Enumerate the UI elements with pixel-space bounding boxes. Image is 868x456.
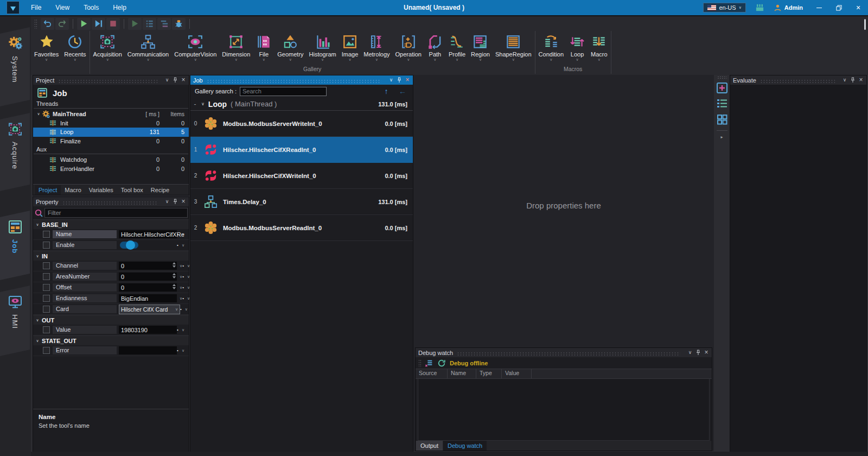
- property-row-endianness[interactable]: Endianness BigEndian∨ •∨: [33, 293, 189, 304]
- property-label[interactable]: Name: [53, 230, 117, 238]
- close-icon[interactable]: ×: [181, 75, 186, 85]
- property-checkbox[interactable]: [43, 326, 50, 333]
- ribbon-item-loop[interactable]: Loop ∨: [566, 31, 588, 66]
- name-value-field[interactable]: Hilscher.HilscherCifXRe: [119, 230, 177, 238]
- close-icon[interactable]: ×: [704, 348, 709, 357]
- column-value[interactable]: Value: [502, 369, 532, 378]
- filter-input[interactable]: [44, 208, 188, 218]
- tab-recipe[interactable]: Recipe: [147, 185, 173, 195]
- panel-drag-texture[interactable]: [58, 79, 157, 83]
- job-item-row[interactable]: 0 Modbus.ModbusServerWriteInt_0 0.0 [ms]: [190, 111, 413, 137]
- close-button[interactable]: ×: [848, 0, 868, 15]
- redo-button[interactable]: [55, 18, 69, 30]
- tab-variables[interactable]: Variables: [85, 185, 117, 195]
- user-account[interactable]: Admin: [774, 4, 803, 12]
- column-source[interactable]: Source: [416, 369, 448, 378]
- property-checkbox[interactable]: [43, 273, 50, 280]
- property-label[interactable]: Endianness: [53, 294, 117, 302]
- section-out[interactable]: ∨OUT: [33, 315, 189, 325]
- toolbar-grip[interactable]: [717, 76, 727, 79]
- job-item-row[interactable]: 2 Hilscher.HilscherCifXWriteInt_0 0.0 [m…: [190, 163, 413, 189]
- property-label[interactable]: Value: [53, 326, 117, 334]
- tab-macro[interactable]: Macro: [61, 185, 85, 195]
- property-checkbox[interactable]: [43, 231, 50, 238]
- chevron-down-icon[interactable]: ∨: [182, 349, 184, 353]
- stop-button[interactable]: [106, 18, 120, 30]
- pin-icon[interactable]: [173, 199, 177, 205]
- bullet-icon[interactable]: •: [177, 327, 178, 332]
- chevron-down-icon[interactable]: ∨: [182, 243, 184, 248]
- aux-row-watchdog[interactable]: Watchdog 0 0: [33, 155, 189, 164]
- spinner-icon[interactable]: [173, 262, 176, 268]
- enable-toggle[interactable]: [120, 242, 138, 249]
- chevron-down-icon[interactable]: ∨: [185, 307, 188, 312]
- property-row-name[interactable]: Name Hilscher.HilscherCifXRe •∨: [33, 229, 189, 240]
- pin-icon[interactable]: [397, 77, 401, 83]
- chevron-down-icon[interactable]: ∨: [182, 328, 184, 332]
- channel-stepper[interactable]: 0: [119, 262, 177, 270]
- property-label[interactable]: Error: [53, 346, 117, 354]
- sidebar-tab-job[interactable]: Job: [0, 211, 30, 280]
- ribbon-item-region[interactable]: Region ∨: [468, 31, 493, 66]
- ribbon-item-macro[interactable]: Macro ∨: [588, 31, 610, 66]
- property-row-error[interactable]: Error •∨: [33, 345, 189, 356]
- evaluate-body[interactable]: [730, 85, 866, 452]
- chevron-down-icon[interactable]: ∨: [201, 102, 205, 106]
- ribbon-item-image[interactable]: Image ∨: [339, 31, 361, 66]
- property-label[interactable]: Channel: [53, 262, 117, 270]
- ribbon-item-histogram[interactable]: Histogram ∨: [307, 31, 339, 66]
- step-over-button[interactable]: [157, 18, 171, 30]
- section-in[interactable]: ∨IN: [33, 251, 189, 261]
- property-checkbox[interactable]: [43, 284, 50, 291]
- ribbon-item-geometry[interactable]: Geometry ∨: [275, 31, 306, 66]
- endianness-select[interactable]: BigEndian: [119, 294, 177, 302]
- grid-view-button[interactable]: [716, 113, 729, 126]
- ribbon-item-dimension[interactable]: Dimension ∨: [219, 31, 253, 66]
- property-row-card[interactable]: Card Hilscher CifX Card∨ •∨: [33, 304, 189, 315]
- panel-drag-texture[interactable]: [207, 79, 381, 83]
- property-label[interactable]: Offset: [53, 283, 117, 292]
- run-button[interactable]: [77, 18, 91, 30]
- navigate-back-button[interactable]: ←: [397, 86, 409, 96]
- error-field[interactable]: [119, 346, 177, 354]
- property-checkbox[interactable]: [43, 347, 50, 354]
- bullet-icon[interactable]: •: [177, 243, 178, 248]
- menu-help[interactable]: Help: [106, 0, 133, 15]
- device-connector-icon[interactable]: [755, 3, 765, 12]
- watch-table-body[interactable]: [418, 379, 710, 441]
- menu-file[interactable]: File: [24, 0, 48, 15]
- bullet-icon[interactable]: •: [182, 274, 184, 279]
- step-into-button[interactable]: [143, 18, 156, 30]
- ribbon-item-path[interactable]: Path ∨: [424, 31, 446, 66]
- value-field[interactable]: 19803190: [119, 326, 177, 334]
- ribbon-item-file[interactable]: File ∨: [253, 31, 275, 66]
- run-once-button[interactable]: [128, 18, 142, 30]
- job-item-row[interactable]: 2 Modbus.ModbusServerReadInt_0 0.0 [ms]: [190, 215, 413, 241]
- menu-tools[interactable]: Tools: [76, 0, 106, 15]
- column-type[interactable]: Type: [476, 369, 502, 378]
- job-item-row[interactable]: 1 Hilscher.HilscherCifXReadInt_0 0.0 [ms…: [190, 137, 413, 163]
- section-state-out[interactable]: ∨STATE_OUT: [33, 335, 189, 345]
- spinner-icon[interactable]: [173, 284, 176, 289]
- ribbon-item-computervision[interactable]: ComputerVision ∨: [171, 31, 219, 66]
- sidebar-tab-acquire[interactable]: Acquire: [0, 113, 30, 191]
- ribbon-item-operation[interactable]: Operation ∨: [393, 31, 424, 66]
- property-checkbox[interactable]: [43, 242, 50, 249]
- property-label[interactable]: Card: [53, 305, 117, 313]
- panel-menu-chevron-icon[interactable]: ∨: [687, 348, 693, 357]
- areanumber-stepper[interactable]: 0: [119, 273, 177, 281]
- ribbon-item-acquisition[interactable]: Acquisition ∨: [91, 31, 125, 66]
- close-icon[interactable]: ×: [405, 75, 410, 85]
- ribbon-item-recents[interactable]: Recents ∨: [61, 31, 88, 66]
- ribbon-item-shaperegion[interactable]: ShapeRegion ∨: [493, 31, 534, 66]
- bullet-icon[interactable]: •: [182, 285, 184, 290]
- close-icon[interactable]: ×: [181, 197, 186, 206]
- aux-row-errorhandler[interactable]: ErrorHandler 0 0: [33, 164, 189, 174]
- language-selector[interactable]: en-US ∨: [703, 3, 745, 12]
- tab-project[interactable]: Project: [35, 185, 61, 195]
- column-name[interactable]: Name: [448, 369, 476, 378]
- bullet-icon[interactable]: •: [177, 348, 178, 353]
- loop-group-header[interactable]: - ∨ Loop ( MainThread ) 131.0 [ms]: [190, 98, 413, 111]
- property-checkbox[interactable]: [43, 295, 50, 302]
- panel-drag-texture[interactable]: [62, 201, 157, 205]
